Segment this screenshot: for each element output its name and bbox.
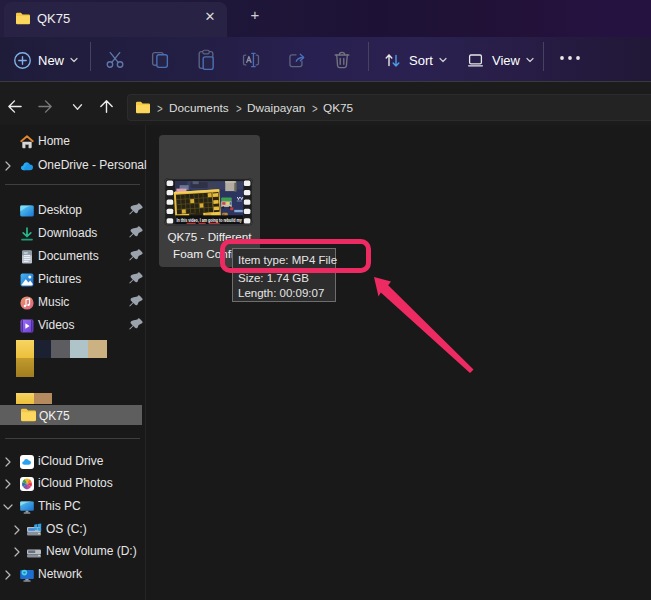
svg-text:In this video, I am going to r: In this video, I am going to rebuild my [177, 218, 243, 223]
